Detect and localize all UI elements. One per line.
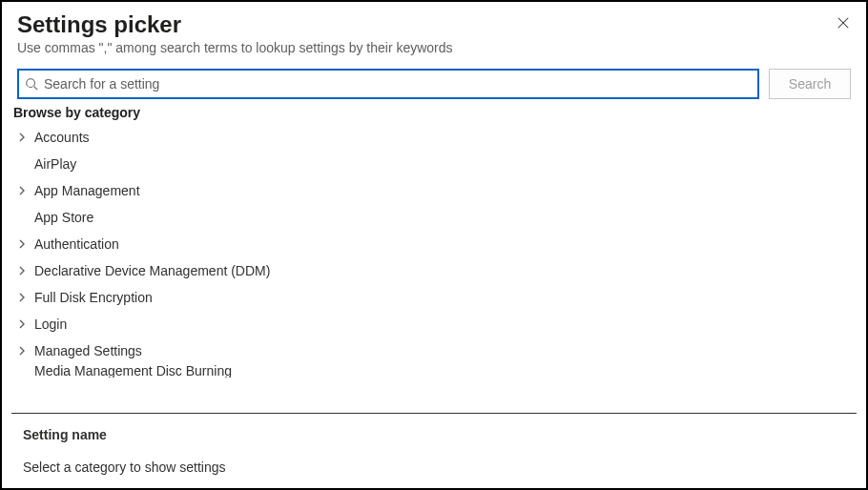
category-item[interactable]: Login [17, 311, 851, 337]
category-item[interactable]: Managed Settings [17, 337, 851, 364]
category-label: Authentication [34, 236, 119, 252]
category-item[interactable]: AirPlay [17, 151, 851, 177]
category-item[interactable]: Declarative Device Management (DDM) [17, 257, 851, 284]
page-subtitle: Use commas "," among search terms to loo… [17, 40, 851, 55]
category-label: Accounts [34, 130, 90, 145]
chevron-right-icon [17, 239, 34, 249]
chevron-right-icon [17, 319, 34, 329]
close-button[interactable] [834, 13, 853, 32]
svg-line-3 [34, 87, 38, 91]
category-label: Declarative Device Management (DDM) [34, 263, 270, 278]
search-box[interactable] [17, 69, 759, 99]
chevron-right-icon [17, 346, 34, 356]
close-icon [837, 16, 850, 30]
category-label: App Management [34, 183, 140, 198]
empty-state-message: Select a category to show settings [23, 459, 845, 475]
category-item[interactable]: App Management [17, 177, 851, 204]
chevron-right-icon [17, 266, 34, 276]
chevron-right-icon [17, 293, 34, 302]
page-title: Settings picker [17, 11, 851, 38]
category-label: AirPlay [34, 156, 76, 172]
search-icon [25, 77, 38, 91]
chevron-right-icon [17, 133, 34, 142]
category-label: Full Disk Encryption [34, 290, 153, 305]
category-label: Media Management Disc Burning [34, 365, 232, 377]
category-item[interactable]: Authentication [17, 231, 851, 257]
category-item[interactable]: Accounts [17, 124, 851, 151]
category-label: Managed Settings [34, 343, 142, 358]
category-label: Login [34, 316, 67, 332]
chevron-right-icon [17, 186, 34, 195]
svg-point-2 [27, 79, 35, 88]
setting-name-heading: Setting name [23, 427, 845, 442]
search-button[interactable]: Search [769, 69, 851, 99]
category-item[interactable]: Media Management Disc Burning [17, 364, 851, 378]
category-list: AccountsAirPlayApp ManagementApp StoreAu… [2, 124, 866, 401]
category-item[interactable]: Full Disk Encryption [17, 284, 851, 311]
category-item[interactable]: App Store [17, 204, 851, 231]
browse-heading: Browse by category [2, 105, 866, 124]
category-label: App Store [34, 210, 93, 225]
search-input[interactable] [44, 76, 752, 92]
